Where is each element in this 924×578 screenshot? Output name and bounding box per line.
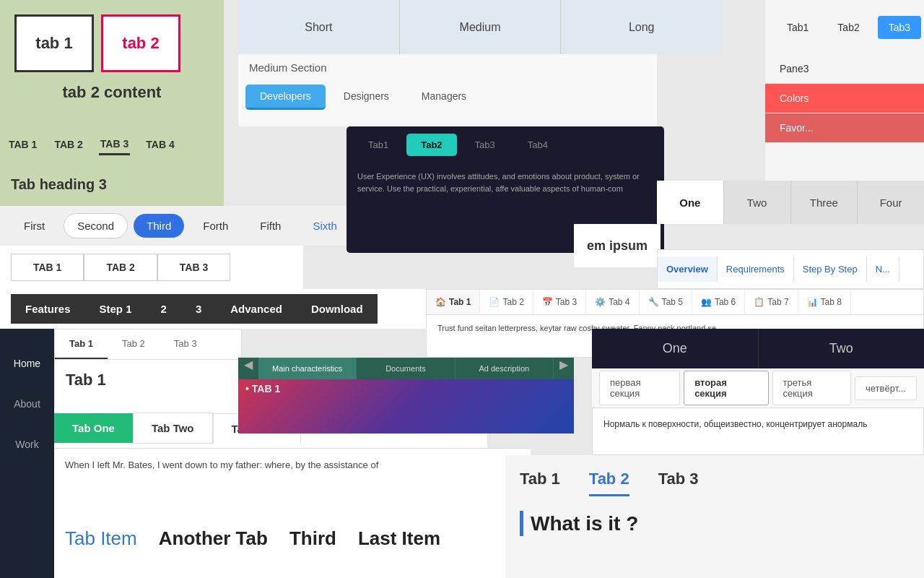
outlined-tab-1[interactable]: TAB 1 (11, 254, 84, 281)
gradient-bg (238, 379, 574, 434)
design-tab[interactable]: Designers (329, 85, 404, 110)
stepbystep-tab[interactable]: Step By Step (794, 256, 867, 282)
sidebar-item-home[interactable]: Home (0, 343, 54, 384)
gray-tab-three[interactable]: Three (791, 181, 858, 224)
icon-tab-2[interactable]: 📄 Tab 2 (480, 290, 533, 314)
outlined-tab-3[interactable]: TAB 3 (157, 254, 230, 281)
icon-tab-1[interactable]: 🏠 Tab 1 (427, 290, 480, 314)
panel-underline-tabs: Tab 1 Tab 2 Tab 3 What is it ? (505, 455, 924, 578)
simple-tab-2[interactable]: Tab 2 (108, 329, 160, 359)
simple-tab-3[interactable]: Tab 3 (160, 329, 212, 359)
next-nav[interactable]: ▶ (554, 358, 574, 379)
dark-tab-4[interactable]: Tab4 (513, 134, 562, 156)
icon-tab-3[interactable]: 📅 Tab 3 (533, 290, 586, 314)
dark-one-tab[interactable]: One (592, 329, 759, 368)
tab-heading-3: Tab heading 3 (11, 176, 107, 193)
dev-tab[interactable]: Developers (245, 85, 326, 110)
pill-fifth[interactable]: Fifth (247, 214, 294, 238)
underline-tab-3[interactable]: Tab 3 (658, 470, 699, 496)
flat-third[interactable]: Third (289, 527, 336, 550)
tab-2-button[interactable]: tab 2 (101, 14, 180, 72)
green-tab-two[interactable]: Tab Two (133, 413, 213, 444)
dark-tab-1[interactable]: Tab1 (354, 134, 403, 156)
sidebar-item-about[interactable]: About (0, 384, 54, 424)
doc-icon: 📄 (489, 297, 500, 307)
gray-tab-four[interactable]: Four (858, 181, 924, 224)
dark-two-tab[interactable]: Two (759, 329, 925, 368)
icon-tab-3-label: Tab 3 (556, 297, 577, 307)
dark-tab-content: User Experience (UX) involves attitudes,… (346, 163, 664, 202)
pill-forth[interactable]: Forth (190, 214, 241, 238)
advanced-tab[interactable]: Advanced (216, 294, 297, 324)
top-tab-1[interactable]: Tab1 (776, 16, 819, 39)
overview-tab[interactable]: Overview (658, 256, 718, 282)
ru-tab-2[interactable]: вторая секция (684, 371, 768, 405)
wrench-icon: 🔧 (648, 297, 659, 307)
panel-pane-items: Pane3 Colors Favor... (765, 54, 924, 181)
ru-tab-1[interactable]: первая секция (599, 371, 680, 405)
more-tab[interactable]: N... (867, 256, 899, 282)
green-tab-one[interactable]: Tab One (54, 413, 133, 443)
flat-another-tab[interactable]: Another Tab (159, 527, 268, 550)
icon-tab-1-label: Tab 1 (449, 297, 471, 307)
icon-tab-8[interactable]: 📊 Tab 8 (798, 290, 851, 314)
ru-tab-3[interactable]: третья секция (772, 371, 852, 405)
icon-tab-4-label: Tab 4 (609, 297, 629, 307)
pill-first[interactable]: First (11, 214, 58, 238)
features-tab[interactable]: Features (11, 294, 85, 324)
dark-tab-2[interactable]: Tab2 (406, 134, 456, 156)
panel-medium-section: Medium Section Developers Designers Mana… (238, 54, 657, 126)
ad-desc-tab[interactable]: Ad description (456, 358, 554, 379)
pill-second[interactable]: Second (64, 213, 128, 238)
dark-tab-3[interactable]: Tab3 (461, 134, 510, 156)
sml-medium[interactable]: Medium (400, 0, 562, 54)
tab1-gradient-label: • TAB 1 (245, 383, 280, 394)
pill-sixth[interactable]: Sixth (300, 214, 349, 238)
icon-tab-8-label: Tab 8 (821, 297, 842, 307)
panel-bordered-tabs: tab 1 tab 2 tab 2 content (0, 0, 224, 126)
gray-tab-two[interactable]: Two (724, 181, 791, 224)
uppercase-tab-1[interactable]: TAB 1 (7, 135, 38, 154)
sml-short[interactable]: Short (238, 0, 400, 54)
panel-sml-tabs: Short Medium Long (238, 0, 722, 54)
prev-nav[interactable]: ◀ (238, 358, 258, 379)
flat-last-item[interactable]: Last Item (358, 527, 440, 550)
panel-requirements-tabs: Overview Requirements Step By Step N... (657, 249, 924, 289)
ru-tab-4[interactable]: четвёрт... (855, 376, 917, 400)
documents-tab[interactable]: Documents (357, 358, 455, 379)
main-char-tab[interactable]: Main characteristics (258, 358, 357, 379)
uppercase-tab-3[interactable]: TAB 3 (99, 134, 130, 155)
underline-tab-1[interactable]: Tab 1 (520, 470, 560, 496)
panel-gradient-tab: • TAB 1 (238, 379, 574, 434)
requirements-tab[interactable]: Requirements (718, 256, 794, 282)
underline-tab-2[interactable]: Tab 2 (589, 470, 629, 496)
sidebar-item-work[interactable]: Work (0, 424, 54, 465)
sidebar: Home About Work (0, 329, 54, 578)
icon-tab-5[interactable]: 🔧 Tab 5 (640, 290, 692, 314)
sml-long[interactable]: Long (561, 0, 722, 54)
icon-tab-6[interactable]: 👥 Tab 6 (692, 290, 745, 314)
step1-tab[interactable]: Step 1 (85, 294, 147, 324)
step3-tab[interactable]: 3 (181, 294, 216, 324)
step2-tab[interactable]: 2 (147, 294, 181, 324)
pill-third[interactable]: Third (134, 214, 184, 238)
uppercase-tab-4[interactable]: TAB 4 (144, 135, 175, 154)
pane3-item[interactable]: Pane3 (765, 54, 924, 84)
icon-tab-7[interactable]: 📋 Tab 7 (745, 290, 798, 314)
uppercase-tab-2[interactable]: TAB 2 (53, 135, 84, 154)
favorites-item[interactable]: Favor... (765, 113, 924, 142)
colors-item[interactable]: Colors (765, 84, 924, 113)
panel-top-right-tabs: Tab1 Tab2 Tab3 (765, 0, 924, 54)
icon-tab-4[interactable]: ⚙️ Tab 4 (586, 290, 639, 314)
tab-content: tab 2 content (14, 83, 209, 102)
download-tab[interactable]: Download (297, 294, 378, 324)
top-tab-2[interactable]: Tab2 (827, 16, 870, 39)
panel-outlined-tabs: TAB 1 TAB 2 TAB 3 (0, 246, 303, 289)
tab-1-button[interactable]: tab 1 (14, 14, 94, 72)
gray-tab-one[interactable]: One (657, 181, 724, 224)
simple-tab-1[interactable]: Tab 1 (55, 329, 108, 359)
flat-tab-item[interactable]: Tab Item (65, 527, 137, 550)
top-tab-3[interactable]: Tab3 (878, 16, 921, 39)
outlined-tab-2[interactable]: TAB 2 (84, 254, 157, 281)
mgr-tab[interactable]: Managers (407, 85, 481, 110)
